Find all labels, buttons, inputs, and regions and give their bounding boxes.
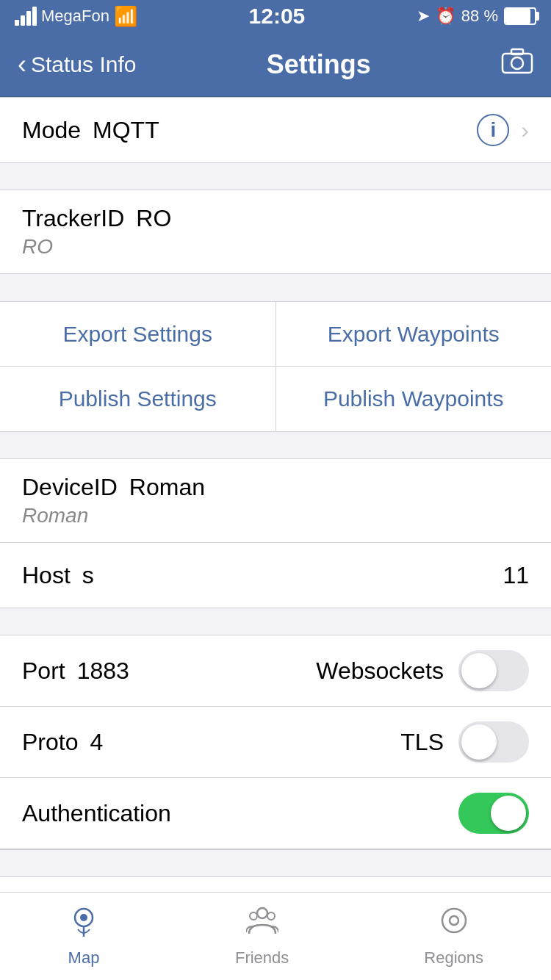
regions-icon (438, 904, 470, 944)
location-icon: ➤ (417, 7, 430, 26)
status-bar: MegaFon 📶 12:05 ➤ ⏰ 88 % (0, 0, 551, 32)
tab-map[interactable]: Map (68, 904, 100, 968)
alarm-icon: ⏰ (436, 7, 455, 26)
proto-value: 4 (90, 729, 103, 756)
back-label: Status Info (31, 52, 136, 77)
trackerid-value: RO (136, 205, 171, 232)
port-row[interactable]: Port 1883 Websockets (0, 635, 551, 707)
signal-bars (15, 7, 37, 26)
tls-label: TLS (400, 729, 444, 756)
nav-title: Settings (267, 49, 371, 80)
export-section: Export Settings Export Waypoints Publish… (0, 301, 551, 432)
mode-label: Mode (22, 117, 81, 144)
mode-value: MQTT (93, 117, 159, 144)
svg-rect-2 (511, 49, 523, 54)
battery-label: 88 % (461, 7, 498, 26)
status-left: MegaFon 📶 (15, 5, 137, 28)
deviceid-label: DeviceID (22, 474, 118, 501)
proto-label: Proto (22, 729, 78, 756)
tab-friends[interactable]: Friends (235, 904, 289, 968)
nav-bar: ‹ Status Info Settings (0, 32, 551, 97)
svg-point-8 (442, 909, 466, 932)
deviceid-row[interactable]: DeviceID Roman Roman (0, 459, 551, 543)
svg-point-6 (250, 912, 257, 920)
device-section: DeviceID Roman Roman Host s 11 (0, 458, 551, 608)
tab-bar: Map Friends Regions (0, 892, 551, 980)
tls-toggle[interactable] (458, 721, 529, 763)
tab-regions-label: Regions (424, 948, 483, 968)
trackerid-sublabel: RO (22, 235, 171, 259)
connection-section: Port 1883 Websockets Proto 4 TLS (0, 635, 551, 850)
host-value2: 11 (503, 562, 529, 589)
svg-point-1 (511, 57, 523, 69)
authentication-toggle[interactable] (458, 793, 529, 834)
publish-row: Publish Settings Publish Waypoints (0, 367, 551, 431)
camera-button[interactable] (501, 48, 533, 81)
authentication-row[interactable]: Authentication (0, 778, 551, 849)
status-right: ➤ ⏰ 88 % (417, 7, 536, 26)
svg-point-5 (257, 908, 267, 918)
websockets-label: Websockets (316, 657, 444, 685)
battery-icon (504, 7, 536, 25)
back-button[interactable]: ‹ Status Info (18, 49, 136, 80)
proto-row[interactable]: Proto 4 TLS (0, 707, 551, 778)
status-time: 12:05 (249, 4, 306, 29)
publish-waypoints-button[interactable]: Publish Waypoints (276, 367, 552, 431)
host-label: Host (22, 562, 71, 589)
export-row: Export Settings Export Waypoints (0, 302, 551, 367)
settings-content: Mode MQTT i › TrackerID RO RO Export Set… (0, 97, 551, 980)
port-label: Port (22, 657, 65, 685)
friends-icon (246, 904, 278, 944)
deviceid-value: Roman (129, 474, 205, 501)
tab-regions[interactable]: Regions (424, 904, 483, 968)
publish-settings-button[interactable]: Publish Settings (0, 367, 276, 431)
websockets-toggle[interactable] (458, 650, 529, 691)
chevron-right-icon: › (521, 117, 529, 144)
tab-map-label: Map (68, 948, 100, 968)
export-settings-button[interactable]: Export Settings (0, 302, 276, 366)
svg-point-4 (80, 914, 87, 921)
trackerid-section: TrackerID RO RO (0, 190, 551, 274)
mode-row[interactable]: Mode MQTT i › (0, 98, 551, 162)
export-waypoints-button[interactable]: Export Waypoints (276, 302, 552, 366)
host-row[interactable]: Host s 11 (0, 543, 551, 608)
back-chevron-icon: ‹ (18, 49, 26, 80)
carrier-label: MegaFon (41, 7, 109, 26)
map-icon (68, 904, 100, 944)
authentication-label: Authentication (22, 800, 171, 827)
wifi-icon: 📶 (114, 5, 137, 28)
deviceid-sublabel: Roman (22, 504, 205, 527)
mode-section: Mode MQTT i › (0, 97, 551, 163)
host-value: s (82, 562, 94, 589)
trackerid-row[interactable]: TrackerID RO RO (0, 190, 551, 273)
svg-point-7 (267, 912, 275, 920)
tab-friends-label: Friends (235, 948, 289, 968)
trackerid-label: TrackerID (22, 205, 124, 232)
port-value: 1883 (77, 657, 129, 685)
svg-point-9 (450, 916, 458, 925)
info-icon[interactable]: i (477, 114, 509, 146)
